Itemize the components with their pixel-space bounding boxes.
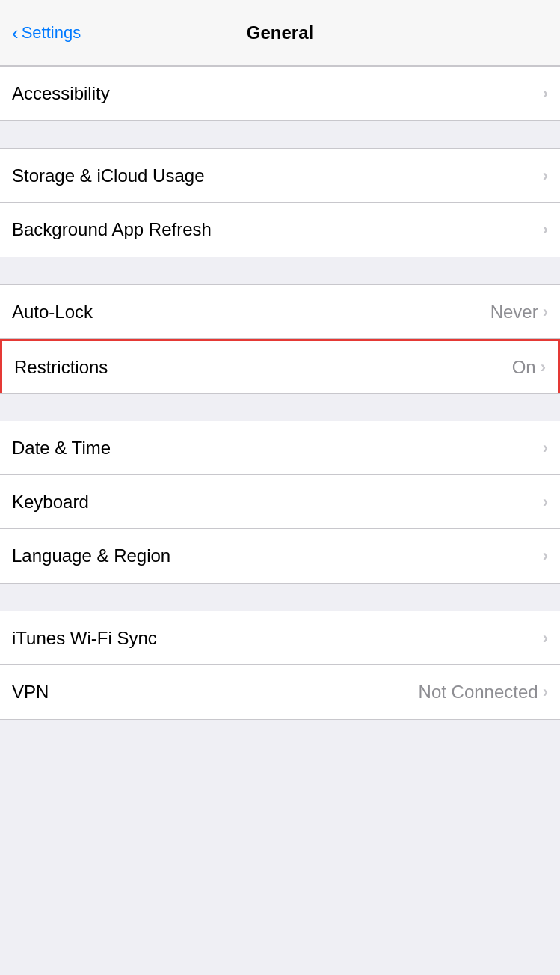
row-left-itunes: iTunes Wi-Fi Sync	[12, 628, 543, 649]
row-left-background: Background App Refresh	[12, 219, 543, 240]
row-right-accessibility: ›	[543, 84, 548, 103]
row-chevron-date: ›	[543, 438, 548, 458]
row-label-language: Language & Region	[12, 545, 170, 566]
row-chevron-vpn: ›	[543, 682, 548, 702]
row-left-vpn: VPN	[12, 682, 419, 703]
row-chevron-keyboard: ›	[543, 492, 548, 512]
row-vpn[interactable]: VPN Not Connected ›	[0, 665, 560, 719]
row-label-autolock: Auto-Lock	[12, 302, 93, 323]
row-label-keyboard: Keyboard	[12, 492, 89, 513]
section-date-keyboard-language: Date & Time › Keyboard › Language & Regi…	[0, 421, 560, 584]
row-restrictions[interactable]: Restrictions On ›	[0, 339, 560, 393]
row-right-autolock: Never ›	[490, 302, 548, 323]
spacer-2	[0, 257, 560, 284]
row-left-date: Date & Time	[12, 438, 543, 459]
table-section-date: Date & Time › Keyboard › Language & Regi…	[0, 421, 560, 584]
spacer-4	[0, 584, 560, 611]
row-right-vpn: Not Connected ›	[419, 682, 548, 703]
row-label-date: Date & Time	[12, 438, 111, 459]
row-storage-icloud[interactable]: Storage & iCloud Usage ›	[0, 149, 560, 203]
table-section-accessibility: Accessibility ›	[0, 66, 560, 121]
spacer-3	[0, 394, 560, 421]
row-value-autolock: Never	[490, 302, 538, 323]
section-accessibility: Accessibility ›	[0, 66, 560, 121]
back-button-label: Settings	[22, 23, 81, 43]
row-right-date: ›	[543, 438, 548, 458]
section-itunes-vpn: iTunes Wi-Fi Sync › VPN Not Connected ›	[0, 611, 560, 720]
row-label-vpn: VPN	[12, 682, 49, 703]
row-right-keyboard: ›	[543, 492, 548, 512]
row-date-time[interactable]: Date & Time ›	[0, 421, 560, 475]
row-chevron-storage: ›	[543, 166, 548, 186]
row-accessibility[interactable]: Accessibility ›	[0, 67, 560, 120]
row-label-restrictions: Restrictions	[14, 357, 108, 378]
row-chevron-background: ›	[543, 220, 548, 239]
section-autolock-restrictions: Auto-Lock Never › Restrictions On ›	[0, 284, 560, 394]
row-chevron-language: ›	[543, 546, 548, 566]
row-label-accessibility: Accessibility	[12, 83, 110, 104]
row-auto-lock[interactable]: Auto-Lock Never ›	[0, 285, 560, 339]
back-button[interactable]: ‹ Settings	[12, 23, 81, 43]
row-chevron-autolock: ›	[543, 302, 548, 322]
section-storage-background: Storage & iCloud Usage › Background App …	[0, 148, 560, 257]
row-left-keyboard: Keyboard	[12, 492, 543, 513]
row-value-restrictions: On	[512, 357, 536, 378]
row-right-itunes: ›	[543, 629, 548, 648]
row-right-background: ›	[543, 220, 548, 239]
row-label-itunes: iTunes Wi-Fi Sync	[12, 628, 157, 649]
row-language-region[interactable]: Language & Region ›	[0, 529, 560, 583]
spacer-1	[0, 121, 560, 148]
row-chevron-accessibility: ›	[543, 84, 548, 103]
page-title: General	[247, 22, 313, 43]
navigation-header: ‹ Settings General	[0, 0, 560, 66]
table-section-autolock: Auto-Lock Never › Restrictions On ›	[0, 284, 560, 394]
spacer-bottom	[0, 720, 560, 747]
row-left-autolock: Auto-Lock	[12, 302, 490, 323]
row-value-vpn: Not Connected	[419, 682, 538, 703]
row-right-restrictions: On ›	[512, 357, 546, 378]
row-left-storage: Storage & iCloud Usage	[12, 165, 543, 186]
table-section-storage: Storage & iCloud Usage › Background App …	[0, 148, 560, 257]
row-right-language: ›	[543, 546, 548, 566]
row-right-storage: ›	[543, 166, 548, 186]
row-left-accessibility: Accessibility	[12, 83, 543, 104]
row-background-app-refresh[interactable]: Background App Refresh ›	[0, 203, 560, 257]
row-keyboard[interactable]: Keyboard ›	[0, 475, 560, 529]
row-itunes-wifi-sync[interactable]: iTunes Wi-Fi Sync ›	[0, 611, 560, 665]
row-chevron-itunes: ›	[543, 629, 548, 648]
table-section-itunes: iTunes Wi-Fi Sync › VPN Not Connected ›	[0, 611, 560, 720]
row-chevron-restrictions: ›	[541, 358, 546, 377]
row-label-storage: Storage & iCloud Usage	[12, 165, 204, 186]
row-label-background: Background App Refresh	[12, 219, 212, 240]
row-left-language: Language & Region	[12, 545, 543, 566]
back-chevron-icon: ‹	[12, 23, 19, 43]
row-left-restrictions: Restrictions	[14, 357, 512, 378]
